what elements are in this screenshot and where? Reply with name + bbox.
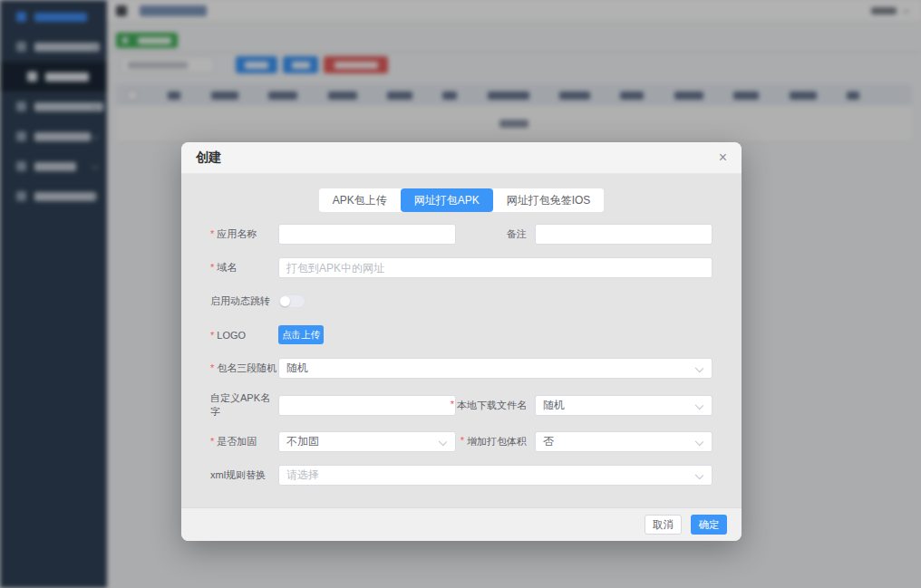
custom-apk-name-label: 自定义APK名字 — [210, 391, 278, 419]
form-row-domain: *域名 — [210, 257, 742, 278]
required-mark: * — [451, 399, 454, 412]
increase-package-size-select[interactable]: 否 — [535, 431, 713, 452]
select-value: 否 — [543, 434, 554, 449]
form-row-app-name: *应用名称 备注 — [210, 224, 742, 245]
harden-label: *是否加固 — [210, 435, 278, 448]
harden-select[interactable]: 不加固 — [278, 431, 456, 452]
app-name-input[interactable] — [278, 224, 456, 245]
close-icon[interactable]: × — [719, 150, 727, 165]
dialog-body: APK包上传 网址打包APK 网址打包免签IOS *应用名称 备注 *域名 启用… — [181, 174, 742, 486]
remark-label: 备注 — [456, 227, 535, 241]
package-name-random-label: *包名三段随机 — [210, 361, 278, 375]
package-name-random-select[interactable]: 随机 — [278, 358, 713, 379]
form-row-dynamic-redirect: 启用动态跳转 — [210, 291, 742, 312]
dynamic-redirect-label: 启用动态跳转 — [210, 294, 278, 308]
required-mark: * — [460, 435, 464, 448]
tab-url-pack-apk[interactable]: 网址打包APK — [401, 188, 493, 212]
xml-rule-replace-label: xml规则替换 — [210, 468, 278, 482]
form-row-harden: *是否加固 不加固 *增加打包体积 否 — [210, 431, 742, 452]
chevron-down-icon — [439, 438, 447, 446]
select-value: 随机 — [286, 361, 308, 376]
chevron-down-icon — [695, 471, 703, 479]
form-row-apk-name: 自定义APK名字 *本地下载文件名 随机 — [210, 391, 742, 419]
form-row-package-name-random: *包名三段随机 随机 — [210, 358, 742, 379]
tab-apk-upload[interactable]: APK包上传 — [319, 188, 401, 212]
required-mark: * — [210, 228, 214, 239]
required-mark: * — [210, 362, 214, 373]
chevron-down-icon — [695, 438, 703, 446]
local-download-filename-label: *本地下载文件名 — [456, 399, 535, 412]
tab-url-pack-ios[interactable]: 网址打包免签IOS — [493, 188, 605, 212]
xml-rule-replace-select[interactable]: 请选择 — [278, 465, 713, 486]
dialog-footer: 取消 确定 — [181, 507, 742, 541]
package-type-tabs: APK包上传 网址打包APK 网址打包免签IOS — [319, 188, 605, 212]
increase-package-size-label: *增加打包体积 — [456, 435, 535, 448]
domain-label: *域名 — [210, 261, 278, 275]
select-value: 不加固 — [286, 434, 319, 449]
toggle-knob — [280, 296, 290, 306]
dialog-title: 创建 — [196, 149, 221, 166]
logo-upload-button[interactable]: 点击上传 — [278, 325, 324, 344]
logo-label: *LOGO — [210, 330, 278, 341]
app-window: 创建 × APK包上传 网址打包APK 网址打包免签IOS *应用名称 备注 *… — [0, 0, 921, 588]
form-row-logo: *LOGO 点击上传 — [210, 324, 742, 345]
dialog-header: 创建 × — [181, 142, 742, 174]
confirm-button[interactable]: 确定 — [691, 515, 727, 535]
required-mark: * — [210, 262, 214, 273]
local-download-filename-select[interactable]: 随机 — [535, 395, 713, 416]
dynamic-redirect-toggle[interactable] — [278, 294, 305, 308]
select-placeholder: 请选择 — [286, 468, 319, 483]
create-dialog: 创建 × APK包上传 网址打包APK 网址打包免签IOS *应用名称 备注 *… — [181, 142, 742, 541]
select-value: 随机 — [543, 398, 565, 413]
chevron-down-icon — [695, 364, 703, 372]
app-name-label: *应用名称 — [210, 227, 278, 241]
cancel-button[interactable]: 取消 — [645, 515, 682, 535]
required-mark: * — [210, 330, 214, 341]
form-row-xml-rule: xml规则替换 请选择 — [210, 465, 742, 486]
required-mark: * — [210, 436, 214, 447]
chevron-down-icon — [695, 400, 703, 409]
domain-input[interactable] — [278, 257, 713, 278]
remark-input[interactable] — [535, 224, 713, 245]
create-form: *应用名称 备注 *域名 启用动态跳转 *LOGO — [181, 224, 742, 486]
custom-apk-name-input[interactable] — [278, 395, 456, 416]
